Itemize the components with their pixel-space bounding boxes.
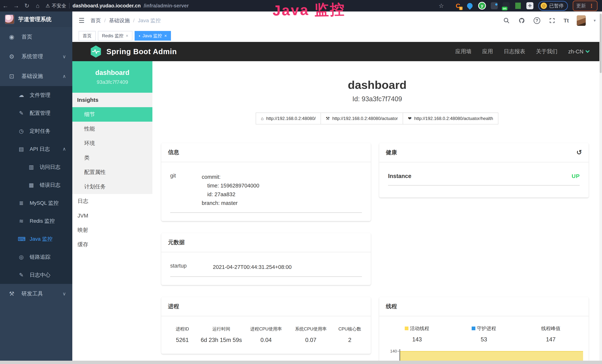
sidebar-item-scheduled-tasks[interactable]: ◷ 定时任务 bbox=[0, 122, 72, 140]
sidebar-item-log-center[interactable]: ✎ 日志中心 bbox=[0, 266, 72, 284]
history-icon[interactable]: ↺ bbox=[576, 149, 582, 156]
help-icon[interactable]: ? bbox=[533, 17, 541, 24]
heartbeat-icon: ❤ bbox=[408, 116, 412, 121]
process-col-header: 进程ID bbox=[166, 326, 199, 332]
spring-boot-admin-frame: Spring Boot Admin 应用墙 应用 日志报表 关于我们 zh-CN… bbox=[72, 42, 602, 364]
git-commit-time: time: 1596289704000 bbox=[202, 181, 259, 190]
legend-label: 线程峰值 bbox=[541, 325, 560, 332]
sba-locale-select[interactable]: zh-CN bbox=[568, 49, 589, 55]
sba-brand-name: Spring Boot Admin bbox=[107, 47, 177, 56]
daemon-threads-swatch bbox=[472, 327, 475, 330]
health-url-link[interactable]: ❤ http://192.168.0.2:48080/actuator/heal… bbox=[403, 113, 498, 124]
service-url-link[interactable]: ⌂ http://192.168.0.2:48080/ bbox=[256, 113, 321, 124]
sba-nav-about[interactable]: 关于我们 bbox=[536, 48, 558, 55]
sidebar-item-system-mgmt[interactable]: ⚙ 系统管理 ∨ bbox=[0, 47, 72, 66]
process-col-header: 系统CPU使用率 bbox=[289, 326, 333, 332]
extension-grid-icon[interactable] bbox=[491, 2, 498, 9]
health-card-title: 健康 bbox=[386, 149, 397, 156]
sba-item-caches[interactable]: 缓存 bbox=[72, 237, 152, 252]
home-icon[interactable]: ⌂ bbox=[32, 2, 43, 9]
actuator-url-link[interactable]: ⚒ http://192.168.0.2:48080/actuator bbox=[321, 113, 403, 124]
metadata-card: 元数据 startup 2021-04-27T00:44:31.254+08:0… bbox=[161, 233, 371, 285]
sidebar-item-config-mgmt[interactable]: ✎ 配置管理 bbox=[0, 104, 72, 122]
sidebar-item-java-monitor[interactable]: ⌨ Java 监控 bbox=[0, 230, 72, 248]
sba-item-config-props[interactable]: 配置属性 bbox=[72, 165, 152, 180]
not-secure-warning-icon: ⚠ bbox=[46, 3, 50, 9]
tab-home[interactable]: 首页 bbox=[79, 31, 96, 41]
sidebar-item-file-mgmt[interactable]: ☁ 文件管理 bbox=[0, 86, 72, 104]
eye-icon: ◎ bbox=[18, 254, 25, 260]
cloud-upload-icon: ☁ bbox=[18, 92, 25, 98]
extension-colorzilla-icon[interactable]: C1 bbox=[454, 2, 462, 9]
active-dot-icon: ● bbox=[139, 34, 140, 37]
url-path: /infra/admin-server bbox=[144, 3, 189, 9]
close-icon[interactable]: × bbox=[164, 33, 167, 38]
sba-item-classes[interactable]: 类 bbox=[72, 150, 152, 165]
update-button[interactable]: 更新 ⋮ bbox=[573, 0, 598, 11]
sba-instance-header[interactable]: dashboard 93a3fc7f7409 bbox=[72, 61, 152, 93]
search-icon[interactable] bbox=[503, 17, 510, 24]
sba-item-logs[interactable]: 日志 bbox=[72, 194, 152, 208]
collapse-sidebar-icon[interactable]: ☰ bbox=[79, 17, 85, 24]
not-secure-label: 不安全 bbox=[52, 3, 66, 9]
close-icon[interactable]: × bbox=[126, 33, 128, 38]
app-logo-row[interactable]: 芋道管理系统 bbox=[0, 11, 72, 27]
process-cpu-usage: 0.04 bbox=[244, 337, 288, 343]
extension-leaf-icon[interactable] bbox=[515, 2, 522, 9]
browser-menu-icon[interactable]: ⋮ bbox=[589, 3, 594, 9]
sidebar-item-api-logs[interactable]: ▤ API 日志 ∧ bbox=[0, 140, 72, 158]
scrollbar-thumb[interactable] bbox=[600, 14, 602, 73]
instance-title: dashboard bbox=[152, 78, 602, 91]
sidebar-item-home[interactable]: ◉ 首页 bbox=[0, 27, 72, 47]
user-avatar[interactable] bbox=[577, 15, 586, 26]
github-icon[interactable] bbox=[518, 17, 526, 24]
sidebar-item-access-logs[interactable]: ▥ 访问日志 bbox=[0, 158, 72, 176]
sba-nav-journal[interactable]: 日志报表 bbox=[504, 48, 525, 55]
gear-icon: ⚙ bbox=[8, 53, 16, 60]
health-instance-label: Instance bbox=[388, 173, 411, 180]
sba-item-environment[interactable]: 环境 bbox=[72, 136, 152, 150]
sba-item-scheduled-tasks[interactable]: 计划任务 bbox=[72, 180, 152, 194]
sba-brand[interactable]: Spring Boot Admin bbox=[90, 45, 177, 58]
puzzle-extensions-icon[interactable]: ✚ bbox=[526, 2, 533, 9]
system-cpu-usage: 0.07 bbox=[289, 337, 333, 343]
sidebar-item-infrastructure[interactable]: ⊡ 基础设施 ∧ bbox=[0, 66, 72, 86]
sidebar-item-tracing[interactable]: ◎ 链路追踪 bbox=[0, 248, 72, 266]
address-bar[interactable]: ⚠ 不安全 dashboard.yudao.iocoder.cn/infra/a… bbox=[46, 3, 189, 9]
live-threads-swatch bbox=[405, 327, 408, 330]
profile-paused-pill[interactable]: ☺ 已暂停 bbox=[538, 1, 568, 11]
process-col-header: 进程CPU使用率 bbox=[244, 326, 288, 332]
extension-pin-icon[interactable] bbox=[466, 2, 473, 9]
sba-nav-applications[interactable]: 应用 bbox=[482, 48, 493, 55]
sidebar-item-mysql-monitor[interactable]: ≣ MySQL 监控 bbox=[0, 194, 72, 212]
sba-item-details[interactable]: 细节 bbox=[72, 107, 152, 122]
breadcrumb-home[interactable]: 首页 bbox=[90, 17, 101, 24]
app-title: 芋道管理系统 bbox=[18, 16, 52, 23]
avatar-caret-icon[interactable]: ▾ bbox=[594, 18, 596, 23]
sidebar-item-redis-monitor[interactable]: ≋ Redis 监控 bbox=[0, 212, 72, 230]
extension-y-icon[interactable]: y bbox=[478, 2, 486, 10]
sba-item-metrics[interactable]: 性能 bbox=[72, 122, 152, 136]
sba-navbar: Spring Boot Admin 应用墙 应用 日志报表 关于我们 zh-CN bbox=[72, 42, 602, 61]
bookmark-star-icon[interactable]: ☆ bbox=[438, 2, 445, 9]
sba-item-mappings[interactable]: 映射 bbox=[72, 223, 152, 237]
extension-switch-icon[interactable]: on bbox=[503, 2, 510, 9]
back-icon[interactable]: ← bbox=[0, 2, 11, 9]
reload-icon[interactable]: ↻ bbox=[22, 2, 32, 9]
forward-icon[interactable]: → bbox=[11, 2, 22, 9]
fullscreen-icon[interactable] bbox=[548, 17, 556, 24]
font-size-icon[interactable]: Tt bbox=[564, 17, 569, 24]
sba-section-label: Insights bbox=[72, 93, 152, 107]
tab-redis-monitor[interactable]: Redis 监控 × bbox=[98, 31, 132, 41]
metadata-startup-row: startup 2021-04-27T00:44:31.254+08:00 bbox=[170, 263, 362, 277]
breadcrumb-infrastructure[interactable]: 基础设施 bbox=[109, 17, 130, 24]
process-card-title: 进程 bbox=[168, 303, 179, 310]
sidebar-item-error-logs[interactable]: ▦ 错误日志 bbox=[0, 176, 72, 194]
sba-nav-wallboard[interactable]: 应用墙 bbox=[455, 48, 472, 55]
window-bottom-edge bbox=[0, 361, 602, 364]
log-center-icon: ✎ bbox=[18, 272, 25, 278]
tab-java-monitor[interactable]: ● Java 监控 × bbox=[135, 31, 171, 41]
sidebar-item-dev-tools[interactable]: ⚒ 研发工具 ∨ bbox=[0, 284, 72, 304]
sba-item-jvm[interactable]: JVM bbox=[72, 208, 152, 223]
access-log-icon: ▥ bbox=[28, 164, 35, 170]
